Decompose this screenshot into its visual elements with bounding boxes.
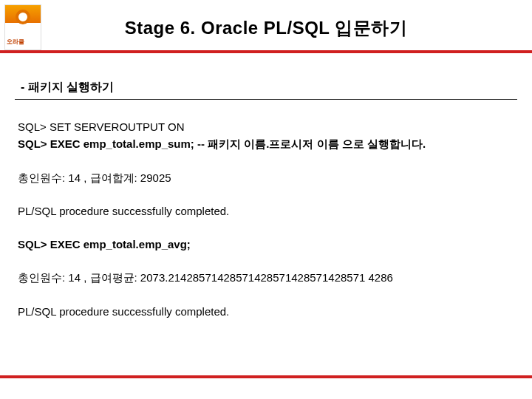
page-title: Stage 6. Oracle PL/SQL 입문하기: [0, 16, 532, 40]
title-rule: [0, 50, 532, 53]
subtitle-rule: [15, 99, 517, 100]
code-line-bold: SQL> EXEC emp_total.emp_avg;: [18, 236, 514, 253]
logo-text: 오라클: [7, 39, 39, 45]
code-block-1: SQL> SET SERVEROUTPUT ON SQL> EXEC emp_t…: [18, 118, 514, 153]
code-line-bold: SQL> EXEC emp_total.emp_sum; -- 패키지 이름.프…: [18, 137, 426, 150]
body-text: SQL> SET SERVEROUTPUT ON SQL> EXEC emp_t…: [18, 118, 514, 336]
output-line: 총인원수: 14 , 급여평균: 2073.214285714285714285…: [18, 269, 514, 286]
status-line: PL/SQL procedure successfully completed.: [18, 303, 514, 320]
section-subtitle: - 패키지 실행하기: [21, 80, 114, 95]
output-line: 총인원수: 14 , 급여합계: 29025: [18, 169, 514, 186]
slide: 오라클 Stage 6. Oracle PL/SQL 입문하기 - 패키지 실행…: [0, 0, 532, 399]
status-line: PL/SQL procedure successfully completed.: [18, 202, 514, 219]
footer-rule: [0, 375, 532, 378]
code-line: SQL> SET SERVEROUTPUT ON: [18, 120, 184, 133]
